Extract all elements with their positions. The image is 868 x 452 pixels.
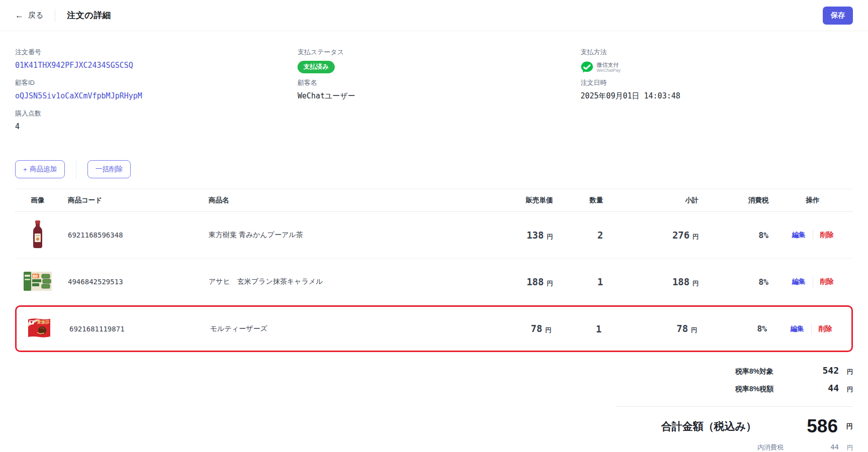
product-name: アサヒ 玄米ブラン抹茶キャラメル: [194, 277, 484, 286]
unit-price-value: 188: [527, 276, 544, 287]
tax-base-value: 542: [774, 365, 839, 376]
payment-method-label: 支払方法: [581, 48, 853, 57]
column-header-code: 商品コード: [60, 196, 194, 205]
currency-unit: 円: [839, 385, 853, 394]
purchase-count-field: 購入点数 4: [15, 109, 298, 140]
currency-unit: 円: [547, 280, 553, 287]
included-tax-value: 44: [784, 443, 839, 451]
product-name: モルティーザーズ: [195, 324, 482, 333]
subtotal-value: 188: [672, 276, 690, 287]
info-column-middle: 支払ステータス 支払済み 顧客名 WeChatユーザー: [298, 48, 581, 140]
currency-unit: 円: [693, 233, 699, 240]
quantity-cell: 2: [559, 230, 609, 241]
edit-link[interactable]: 編集: [791, 324, 804, 333]
wechat-pay-icon: [581, 61, 594, 74]
header-divider: [55, 9, 55, 22]
page-title: 注文の詳細: [67, 10, 111, 21]
quantity-value: 1: [596, 323, 602, 334]
payment-method-field: 支払方法 微信支付 WeChatPay: [581, 48, 853, 78]
unit-price-cell: 188円: [484, 276, 559, 288]
top-bar: ← 戻る 注文の詳細 保存: [0, 0, 868, 31]
tax-base-label: 税率8%対象: [735, 367, 774, 376]
tax-amount-row: 税率8%税額 44 円: [735, 383, 853, 394]
order-datetime-label: 注文日時: [581, 78, 853, 87]
back-arrow-icon: ←: [15, 11, 24, 20]
order-detail-page: ← 戻る 注文の詳細 保存 注文番号 01K41THX942PFJXC2434S…: [0, 0, 868, 452]
actions-cell: 編集 削除: [773, 230, 853, 241]
actions-cell: 編集 削除: [771, 323, 851, 334]
delete-link[interactable]: 削除: [820, 231, 834, 240]
currency-unit: 円: [839, 443, 853, 452]
table-row: 6921168596348 東方樹葉 青みかんプーアル茶 138円 2 276円…: [15, 212, 853, 259]
action-divider: [813, 230, 813, 241]
subtotal-value: 276: [672, 230, 690, 241]
order-datetime-value: 2025年09月01日 14:03:48: [581, 91, 853, 101]
tax-cell: 8%: [705, 277, 773, 287]
column-header-subtotal: 小計: [609, 196, 705, 205]
delete-link[interactable]: 削除: [819, 324, 832, 333]
bulk-delete-button[interactable]: 一括削除: [87, 160, 131, 178]
quantity-cell: 1: [559, 276, 609, 287]
unit-price-cell: 78円: [482, 323, 557, 334]
order-items-table: 画像 商品コード 商品名 販売単価 数量 小計 消費税 操作 6921168: [15, 189, 853, 352]
included-tax-label: 内消費税: [757, 443, 784, 452]
save-button[interactable]: 保存: [823, 7, 853, 25]
totals-summary: 税率8%対象 542 円 税率8%税額 44 円 合計金額（税込み） 586 円…: [0, 365, 853, 452]
add-product-button[interactable]: + 商品追加: [15, 160, 65, 178]
currency-unit: 円: [545, 326, 551, 333]
customer-id-field: 顧客ID oQJSN5Siv1oCaXCmVfpbMJpRHypM: [15, 78, 298, 109]
payment-status-label: 支払ステータス: [298, 48, 581, 57]
subtotal-cell: 188円: [609, 276, 705, 288]
order-number-field: 注文番号 01K41THX942PFJXC2434SGSCSQ: [15, 48, 298, 78]
payment-status-field: 支払ステータス 支払済み: [298, 48, 581, 78]
column-header-unit-price: 販売単価: [484, 196, 559, 205]
edit-link[interactable]: 編集: [792, 277, 806, 286]
product-image-tea-bottle: [31, 220, 44, 249]
customer-id-label: 顧客ID: [15, 78, 298, 87]
order-number-value[interactable]: 01K41THX942PFJXC2434SGSCSQ: [15, 61, 298, 70]
tax-rate-value: 8%: [757, 324, 767, 333]
quantity-value: 2: [598, 230, 603, 241]
customer-name-label: 顧客名: [298, 78, 581, 87]
purchase-count-label: 購入点数: [15, 109, 298, 118]
product-image-cell: 80: [15, 272, 60, 292]
back-button[interactable]: ← 戻る: [15, 11, 43, 20]
unit-price-value: 138: [527, 230, 544, 241]
currency-unit: 円: [839, 368, 853, 376]
add-product-label: 商品追加: [30, 165, 57, 174]
svg-text:麦提莎: 麦提莎: [37, 320, 50, 324]
table-row: 80 4946842529513 アサヒ 玄米ブラン抹茶キャラメル 188円 1…: [15, 259, 853, 305]
toolbar-divider: [76, 160, 76, 179]
subtotal-value: 78: [677, 323, 688, 334]
wechat-pay-name-en: WeChatPay: [597, 68, 621, 73]
order-number-label: 注文番号: [15, 48, 298, 57]
total-divider: [616, 406, 853, 407]
product-image-cell: 麦提莎: [17, 317, 62, 340]
back-label: 戻る: [28, 11, 43, 20]
included-tax-row: 内消費税 44 円: [757, 443, 853, 452]
unit-price-value: 78: [531, 323, 542, 334]
edit-link[interactable]: 編集: [792, 231, 806, 240]
product-name: 東方樹葉 青みかんプーアル茶: [194, 231, 484, 240]
action-divider: [811, 323, 812, 334]
action-divider: [813, 276, 813, 287]
table-header-row: 画像 商品コード 商品名 販売単価 数量 小計 消費税 操作: [15, 189, 853, 212]
unit-price-cell: 138円: [484, 230, 559, 241]
customer-name-field: 顧客名 WeChatユーザー: [298, 78, 581, 109]
customer-id-value[interactable]: oQJSN5Siv1oCaXCmVfpbMJpRHypM: [15, 91, 298, 100]
product-code: 6921681119871: [62, 325, 195, 333]
quantity-cell: 1: [557, 323, 608, 334]
product-code: 4946842529513: [60, 278, 194, 286]
column-header-image: 画像: [15, 196, 60, 205]
actions-cell: 編集 削除: [773, 276, 853, 287]
grand-total-value: 586: [778, 416, 838, 437]
currency-unit: 円: [547, 233, 553, 240]
delete-link[interactable]: 削除: [820, 277, 834, 286]
tax-amount-value: 44: [774, 383, 839, 393]
tax-amount-label: 税率8%税額: [735, 385, 774, 394]
tax-rate-value: 8%: [758, 231, 768, 240]
product-image-red-snack-bag: 麦提莎: [27, 317, 51, 338]
grand-total-label: 合計金額（税込み）: [661, 419, 757, 433]
tax-cell: 8%: [703, 324, 771, 333]
product-image-green-snack-box: 80: [24, 272, 52, 291]
